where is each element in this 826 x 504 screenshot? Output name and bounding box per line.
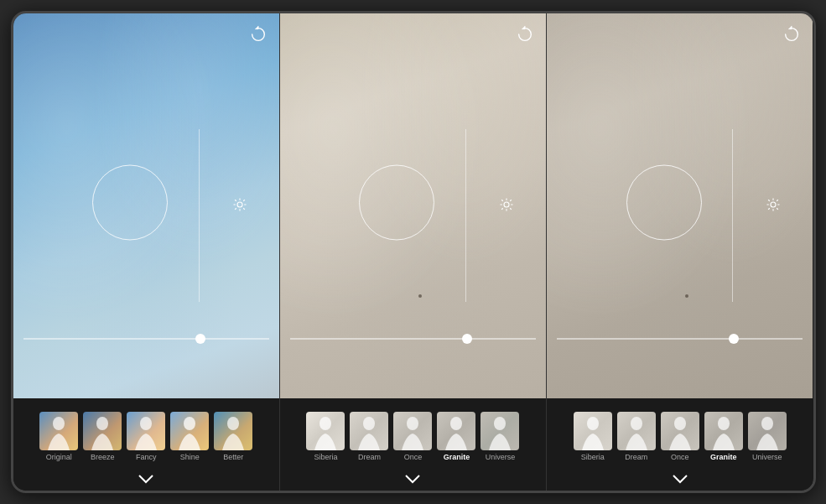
svg-line-42 <box>777 208 779 210</box>
vertical-guide-line <box>199 129 200 303</box>
filter-item-original[interactable]: Original <box>39 412 78 461</box>
filter-label-granite-2: Granite <box>444 453 470 461</box>
svg-point-29 <box>319 417 331 430</box>
panel-mono-1: Siberia <box>280 13 547 491</box>
bottom-controls-3: Siberia <box>547 398 813 491</box>
camera-ui-1 <box>13 13 279 398</box>
focus-ring-3 <box>626 164 702 240</box>
filter-item-fancy[interactable]: Fancy <box>127 412 165 461</box>
filter-thumb-dream-2 <box>350 412 388 450</box>
filter-label-once-3: Once <box>671 453 689 461</box>
exposure-slider-3[interactable] <box>557 338 803 340</box>
svg-point-12 <box>96 417 108 430</box>
svg-point-16 <box>184 417 195 430</box>
filter-label-original: Original <box>46 453 72 461</box>
filter-item-granite-3[interactable]: Granite <box>704 412 743 461</box>
svg-line-7 <box>235 208 236 210</box>
panel-mono-2: Siberia <box>547 13 813 491</box>
chevron-row-3[interactable] <box>547 467 813 491</box>
filter-item-dream-2[interactable]: Dream <box>350 412 388 461</box>
filter-label-fancy: Fancy <box>136 453 157 461</box>
filter-thumb-granite-3 <box>704 412 743 450</box>
slider-thumb[interactable] <box>195 334 205 344</box>
brightness-icon-3 <box>766 197 781 216</box>
filter-label-siberia-2: Siberia <box>314 453 337 461</box>
focus-ring-2 <box>359 164 434 240</box>
slider-thumb-2[interactable] <box>462 334 472 344</box>
filter-thumb-shine <box>170 412 209 450</box>
filter-label-siberia-3: Siberia <box>581 453 605 461</box>
chevron-down-icon-1 <box>138 473 154 485</box>
svg-point-50 <box>631 417 642 430</box>
vertical-guide-line-2 <box>465 129 466 303</box>
camera-view-2 <box>280 13 546 398</box>
chevron-row-1[interactable] <box>13 467 279 491</box>
svg-point-19 <box>504 202 509 207</box>
filter-item-siberia-3[interactable]: Siberia <box>574 412 612 461</box>
svg-line-26 <box>501 208 503 210</box>
panel-color: Original <box>13 13 280 491</box>
svg-point-14 <box>140 417 152 430</box>
filter-label-shine: Shine <box>180 453 200 461</box>
camera-dot-3 <box>685 294 688 298</box>
filter-label-granite-3: Granite <box>710 453 737 461</box>
chevron-down-icon-2 <box>404 473 421 485</box>
filter-item-better[interactable]: Better <box>214 412 252 461</box>
vertical-guide-line-3 <box>732 129 733 303</box>
filter-strip-2: Siberia <box>280 398 546 467</box>
rotate-icon-2[interactable] <box>516 25 534 44</box>
filter-thumb-universe-2 <box>481 412 519 450</box>
svg-line-41 <box>769 200 771 201</box>
camera-dot-2 <box>418 294 422 298</box>
filter-label-breeze: Breeze <box>91 453 115 461</box>
svg-line-3 <box>235 200 236 201</box>
rotate-icon-3[interactable] <box>782 25 801 44</box>
exposure-slider[interactable] <box>23 338 269 340</box>
camera-ui-3 <box>547 13 813 398</box>
filter-thumb-siberia-2 <box>306 412 345 450</box>
filter-item-once-3[interactable]: Once <box>661 412 699 461</box>
svg-line-4 <box>243 208 245 210</box>
filter-thumb-universe-3 <box>748 412 787 450</box>
filter-item-universe-3[interactable]: Universe <box>748 412 787 461</box>
filter-item-shine[interactable]: Shine <box>170 412 209 461</box>
svg-line-27 <box>510 200 512 201</box>
svg-point-38 <box>771 202 776 207</box>
svg-point-35 <box>450 417 462 430</box>
filter-thumb-siberia-3 <box>574 412 612 450</box>
filter-thumb-once-3 <box>661 412 699 450</box>
rotate-icon[interactable] <box>249 25 268 44</box>
filter-label-universe-3: Universe <box>752 453 782 461</box>
svg-point-52 <box>674 417 686 430</box>
bottom-controls-2: Siberia <box>280 398 546 491</box>
filter-strip-3: Siberia <box>547 398 813 467</box>
filter-item-dream-3[interactable]: Dream <box>617 412 656 461</box>
svg-line-22 <box>501 200 503 201</box>
svg-point-10 <box>53 417 65 430</box>
filter-label-once-2: Once <box>404 453 423 461</box>
svg-point-48 <box>587 417 599 430</box>
filter-item-universe-2[interactable]: Universe <box>481 412 519 461</box>
chevron-row-2[interactable] <box>280 467 546 491</box>
camera-view-3 <box>547 13 813 398</box>
filter-item-granite-2[interactable]: Granite <box>437 412 475 461</box>
svg-line-45 <box>769 208 771 210</box>
filter-thumb-original <box>39 412 78 450</box>
chevron-down-icon-3 <box>672 473 688 485</box>
slider-thumb-3[interactable] <box>729 334 739 344</box>
svg-line-8 <box>243 200 245 201</box>
filter-item-once-2[interactable]: Once <box>393 412 432 461</box>
svg-line-23 <box>510 208 512 210</box>
filter-item-siberia-2[interactable]: Siberia <box>306 412 345 461</box>
camera-view-1 <box>13 13 279 398</box>
exposure-slider-2[interactable] <box>290 338 536 340</box>
filter-thumb-once-2 <box>393 412 432 450</box>
filter-item-breeze[interactable]: Breeze <box>83 412 122 461</box>
svg-point-54 <box>718 417 730 430</box>
filter-thumb-better <box>214 412 252 450</box>
filter-label-universe-2: Universe <box>486 453 516 461</box>
focus-ring <box>92 164 168 240</box>
filter-label-dream-3: Dream <box>625 453 647 461</box>
svg-point-31 <box>363 417 375 430</box>
svg-point-0 <box>237 202 242 207</box>
